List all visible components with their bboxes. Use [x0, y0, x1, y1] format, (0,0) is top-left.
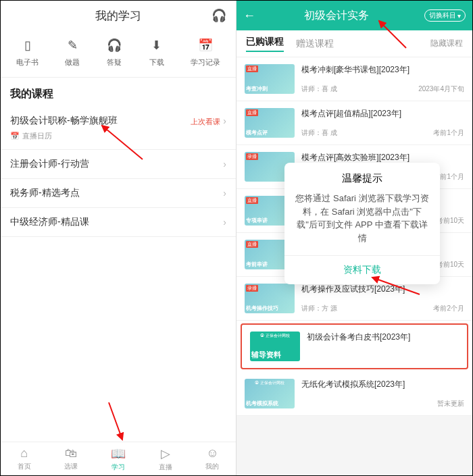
tab-purchased[interactable]: 已购课程 [246, 36, 284, 52]
ebook-icon: ▯ [20, 37, 36, 53]
tab-me[interactable]: ☺我的 [205, 446, 219, 471]
course-card[interactable]: 直播 考查冲刺 模考冲刺[豪华书课包][2023年] 讲师：喜 成2023年4月… [236, 57, 472, 101]
course-time: 暂未更新 [437, 399, 464, 408]
thumb-strip: 机考操作技巧 [246, 305, 293, 312]
subject-title: 初级会计实务 [249, 9, 424, 23]
feature-ebook[interactable]: ▯电子书 [16, 37, 39, 68]
thumb-strip: 考查冲刺 [246, 85, 293, 92]
course-name: 注册会计师-行动营 [10, 158, 89, 170]
course-sub: 直播日历 [22, 131, 52, 141]
course-title: 无纸化考试模拟系统[2023年] [301, 379, 464, 390]
course-thumb: ⦿ 正保会计网校 辅导资料 [250, 332, 300, 361]
thumb-strip: 模考点评 [246, 129, 293, 136]
thumb-tag: 录播 [246, 285, 258, 292]
course-card[interactable]: 直播 模考点评 模考点评[超值精品][2023年] 讲师：喜 成考前1个月 [236, 101, 472, 145]
feature-label: 学习记录 [191, 57, 220, 68]
tab-label: 直播 [159, 462, 172, 472]
feature-label: 下载 [149, 57, 164, 68]
modal-download-button[interactable]: 资料下载 [284, 255, 440, 284]
course-thumb: 直播 模考点评 [245, 108, 295, 138]
feature-label: 电子书 [16, 57, 39, 68]
tab-study[interactable]: 📖学习 [111, 446, 126, 472]
tab-label: 我的 [205, 462, 219, 471]
support-icon[interactable]: 🎧 [211, 8, 226, 23]
course-title: 模考冲刺[豪华书课包][2023年] [301, 64, 464, 76]
qa-icon: 🎧 [106, 37, 122, 53]
course-row[interactable]: 税务师-精选考点› [1, 179, 236, 208]
chevron-right-icon: › [223, 159, 226, 169]
download-icon: ⬇ [149, 37, 165, 53]
tab-free[interactable]: 赠送课程 [296, 38, 334, 50]
course-thumb: 直播 考查冲刺 [245, 64, 295, 94]
course-title: 模考点评[超值精品][2023年] [301, 108, 464, 120]
course-name: 中级经济师-精品课 [10, 216, 89, 228]
chevron-right-icon: › [223, 115, 226, 126]
select-icon: 🛍 [65, 446, 77, 460]
feature-qa[interactable]: 🎧答疑 [106, 37, 122, 68]
tab-label: 首页 [18, 462, 31, 471]
thumb-strip: 机考模拟系统 [246, 400, 293, 407]
bottom-tabbar: ⌂首页 🛍选课 📖学习 ▷直播 ☺我的 [1, 442, 236, 475]
tab-live[interactable]: ▷直播 [159, 446, 172, 472]
course-row[interactable]: 初级会计职称-畅学旗舰班 上次看课 › 📅直播日历 [1, 107, 236, 150]
calendar-icon: 📅 [10, 132, 20, 140]
course-teacher: 讲师：喜 成 [301, 128, 337, 138]
tab-select[interactable]: 🛍选课 [64, 446, 78, 471]
live-icon: ▷ [161, 446, 170, 461]
thumb-tag: 直播 [246, 109, 258, 116]
course-row[interactable]: 中级经济师-精品课› [1, 208, 236, 237]
course-card[interactable]: ⦿ 正保会计网校 机考模拟系统 无纸化考试模拟系统[2023年] 暂未更新 [236, 372, 472, 416]
exercise-icon: ✎ [64, 37, 80, 53]
tab-label: 学习 [111, 462, 125, 472]
feature-download[interactable]: ⬇下载 [149, 37, 165, 68]
chevron-right-icon: › [223, 188, 226, 199]
modal-title: 温馨提示 [284, 163, 440, 192]
course-name: 税务师-精选考点 [10, 187, 80, 199]
course-time: 考前1个月 [433, 128, 464, 138]
thumb-strip: 辅导资料 [251, 350, 299, 360]
thumb-tag: 直播 [246, 65, 258, 72]
course-title: 机考操作及应试技巧[2023年] [301, 284, 464, 295]
feature-label: 答疑 [107, 57, 122, 68]
course-row[interactable]: 注册会计师-行动营› [1, 150, 236, 179]
course-title: 模考点评[高效实验班][2023年] [301, 152, 464, 163]
course-teacher: 讲师：方 源 [301, 304, 337, 313]
course-thumb: ⦿ 正保会计网校 机考模拟系统 [245, 379, 295, 408]
feature-icons: ▯电子书 ✎做题 🎧答疑 ⬇下载 📅学习记录 [1, 30, 236, 78]
thumb-tag: 直播 [246, 241, 258, 248]
record-icon: 📅 [197, 37, 214, 53]
course-card-highlighted[interactable]: ⦿ 正保会计网校 辅导资料 初级会计备考白皮书[2023年] [241, 323, 468, 369]
download-modal: 温馨提示 您将通过 Safari 浏览器下载学习资料，在 Safari 浏览器中… [284, 163, 440, 284]
thumb-tag: 直播 [246, 197, 258, 204]
last-watch-label: 上次看课 [191, 117, 220, 126]
chevron-down-icon: ▾ [457, 12, 461, 20]
feature-record[interactable]: 📅学习记录 [191, 37, 220, 68]
feature-exercise[interactable]: ✎做题 [64, 37, 80, 68]
section-heading: 我的课程 [1, 78, 236, 107]
course-time: 2023年4月下旬 [418, 84, 464, 94]
course-name: 初级会计职称-畅学旗舰班 [10, 115, 118, 127]
tab-label: 选课 [64, 462, 78, 471]
feature-label: 做题 [65, 57, 80, 68]
page-title: 我的学习 [95, 8, 141, 24]
tab-home[interactable]: ⌂首页 [18, 446, 31, 471]
course-teacher: 讲师：喜 成 [301, 84, 337, 94]
me-icon: ☺ [206, 446, 218, 460]
thumb-tag: 录播 [246, 153, 258, 160]
course-time: 考前10天 [437, 260, 464, 269]
modal-body: 您将通过 Safari 浏览器下载学习资料，在 Safari 浏览器中点击"下载… [284, 192, 440, 255]
course-time: 考前10天 [437, 216, 464, 226]
course-time: 考前2个月 [433, 304, 464, 313]
course-title: 初级会计备考白皮书[2023年] [307, 332, 459, 343]
chevron-right-icon: › [223, 217, 226, 228]
study-icon: 📖 [111, 446, 126, 461]
course-thumb: 录播 机考操作技巧 [245, 284, 295, 313]
home-icon: ⌂ [20, 446, 28, 460]
hide-courses-link[interactable]: 隐藏课程 [430, 38, 463, 49]
switch-subject-button[interactable]: 切换科目▾ [424, 9, 466, 22]
